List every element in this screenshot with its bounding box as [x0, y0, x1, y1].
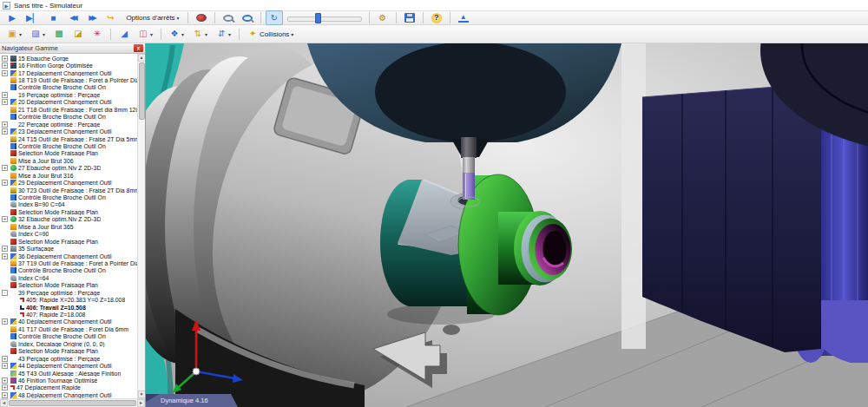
tree-item[interactable]: +23 Déplacement Changement Outil: [0, 128, 137, 135]
tree-item[interactable]: Contrôle Broche Broche Outil On: [0, 142, 137, 149]
expander-plus-icon[interactable]: +: [2, 363, 8, 369]
tree-item[interactable]: Selection Mode Fraisage Plan: [0, 208, 137, 215]
tree-item[interactable]: Contrôle Broche Broche Outil On: [0, 84, 137, 91]
tree-item[interactable]: Selection Mode Fraisage Plan: [0, 150, 137, 157]
expander-plus-icon[interactable]: +: [2, 377, 8, 384]
play-button[interactable]: ▶: [3, 10, 21, 25]
translucent-view-button[interactable]: ▨▾: [27, 27, 49, 42]
tree-item[interactable]: +19 Perçage optimisé : Perçage: [0, 91, 137, 98]
tree-item[interactable]: +46 Finition Tournage Optimisé: [0, 377, 137, 384]
skip-back-button[interactable]: ◀◀: [63, 10, 81, 25]
tree-item[interactable]: +35 Surfaçage: [0, 245, 137, 252]
expander-plus-icon[interactable]: +: [2, 180, 8, 186]
expander-minus-icon[interactable]: -: [2, 290, 8, 296]
speed-button[interactable]: ↻: [266, 10, 283, 25]
expander-plus-icon[interactable]: +: [2, 356, 8, 362]
tree-item[interactable]: 45 T43 Outil Alésage : Alésage Finition: [0, 370, 137, 377]
eject-button[interactable]: ▲: [455, 11, 472, 24]
expander-plus-icon[interactable]: +: [2, 99, 8, 105]
close-panel-button[interactable]: x: [134, 44, 143, 52]
measure-button[interactable]: ✳: [89, 27, 106, 42]
tree-item[interactable]: +32 Ebauche optim.Niv Z 2D-3D: [0, 216, 137, 223]
expander-plus-icon[interactable]: +: [2, 165, 8, 171]
settings-button[interactable]: ⚙: [374, 10, 391, 25]
tree-item[interactable]: Contrôle Broche Broche Outil On: [0, 114, 137, 121]
expander-plus-icon[interactable]: +: [2, 121, 8, 128]
tree-item[interactable]: Contrôle Broche Broche Outil On: [0, 194, 137, 200]
tree-item[interactable]: 41 T17 Outil de Fraisage : Foret Dia 6mm: [0, 325, 137, 332]
save-button[interactable]: [401, 11, 418, 24]
tree-horizontal-scrollbar[interactable]: ◄ ►: [0, 398, 145, 407]
tool-display-button[interactable]: ⇅▾: [189, 27, 211, 42]
plot2-button[interactable]: ◫▾: [135, 27, 156, 42]
tree-item[interactable]: +29 Déplacement Changement Outil: [0, 179, 137, 186]
tree-item[interactable]: +16 Finition Gorge Optimisée: [0, 62, 137, 69]
expander-plus-icon[interactable]: +: [2, 384, 8, 391]
tree-item[interactable]: 18 T19 Outil de Fraisage : Foret à Point…: [0, 76, 137, 83]
tree-item[interactable]: +15 Ebauche Gorge: [0, 55, 137, 62]
expander-plus-icon[interactable]: +: [2, 246, 8, 252]
tree-item[interactable]: +20 Déplacement Changement Outil: [0, 99, 137, 106]
expander-plus-icon[interactable]: +: [2, 128, 8, 135]
expander-plus-icon[interactable]: +: [2, 56, 8, 62]
zoom-window-button[interactable]: [239, 13, 256, 23]
section-view-button[interactable]: ◪: [69, 27, 87, 42]
3d-viewport[interactable]: X Y Z Dynamique 4.16: [146, 43, 868, 407]
tree-item[interactable]: 21 T18 Outil de Fraisage : Foret dia 8mm…: [0, 106, 137, 113]
tree-item[interactable]: +36 Déplacement Changement Outil: [0, 253, 137, 259]
plot-button[interactable]: ◢: [115, 27, 133, 42]
tree-item[interactable]: 24 T15 Outil de Fraisage : Fraise 2T Dia…: [0, 135, 137, 142]
tree-item[interactable]: Selection Mode Fraisage Plan: [0, 238, 137, 245]
scroll-right-icon[interactable]: ►: [137, 399, 145, 407]
tree-item[interactable]: 406: Travail Z=10.508: [0, 304, 137, 311]
expander-plus-icon[interactable]: +: [2, 216, 8, 222]
tree-item[interactable]: Contrôle Broche Broche Outil On: [0, 333, 137, 340]
expander-plus-icon[interactable]: +: [2, 253, 8, 259]
scroll-thumb[interactable]: [139, 62, 145, 120]
zoom-out-button[interactable]: [220, 13, 237, 23]
tree-item[interactable]: +27 Ebauche optim.Niv Z 2D-3D: [0, 165, 137, 172]
collisions-button[interactable]: ✦Collisions▾: [244, 27, 297, 42]
tree-item[interactable]: +44 Déplacement Changement Outil: [0, 362, 137, 369]
tree-item[interactable]: Selection Mode Fraisage Plan: [0, 282, 137, 289]
tree-item[interactable]: +48 Déplacement Changement Outil: [0, 391, 137, 398]
tree-item[interactable]: Mise à Jour Brut 316: [0, 172, 137, 179]
stop-button[interactable]: ■: [44, 10, 62, 25]
expander-plus-icon[interactable]: +: [2, 318, 8, 325]
tree-item[interactable]: +17 Déplacement Changement Outil: [0, 69, 137, 76]
scroll-up-icon[interactable]: ▲: [138, 54, 146, 62]
slider-thumb[interactable]: [315, 13, 321, 23]
tree-item[interactable]: Index C=64: [0, 274, 137, 281]
tool-axis-button[interactable]: ⇵▾: [213, 27, 234, 42]
speed-slider[interactable]: [287, 12, 362, 24]
record-button[interactable]: [193, 12, 210, 23]
tree-item[interactable]: Mise à Jour Brut 306: [0, 157, 137, 164]
tree-vertical-scrollbar[interactable]: ▲ ▼: [137, 54, 145, 398]
tree-item[interactable]: Index B=90 C=64: [0, 201, 137, 208]
solid-view-button[interactable]: ▣▾: [3, 27, 25, 42]
tree-item[interactable]: Index, Décalage Origine (0, 0, 0): [0, 340, 137, 347]
skip-forward-button[interactable]: ▶▶: [82, 10, 100, 25]
tree-item[interactable]: 405: Rapide X=20.383 Y=0 Z=18.008: [0, 296, 137, 303]
scroll-left-icon[interactable]: ◄: [0, 399, 8, 407]
expander-plus-icon[interactable]: +: [2, 392, 8, 398]
tree-item[interactable]: 30 T23 Outil de Fraisage : Fraise 2T Dia…: [0, 187, 137, 194]
expander-plus-icon[interactable]: +: [2, 70, 8, 76]
tree-item[interactable]: -39 Perçage optimisé : Perçage: [0, 289, 137, 296]
tree-item[interactable]: Index C=90: [0, 231, 137, 238]
scroll-thumb-horizontal[interactable]: [9, 400, 136, 406]
tree-item[interactable]: +22 Perçage optimisé : Perçage: [0, 121, 137, 128]
stock-view-button[interactable]: ▩: [50, 27, 68, 42]
scroll-down-icon[interactable]: ▼: [138, 391, 146, 398]
help-button[interactable]: ?: [428, 11, 445, 25]
stop-options-button[interactable]: Options d'arrêts▾: [121, 12, 182, 23]
tree-item[interactable]: +43 Perçage optimisé : Perçage: [0, 355, 137, 362]
tree-item[interactable]: 37 T19 Outil de Fraisage : Foret à Point…: [0, 259, 137, 266]
expander-plus-icon[interactable]: +: [2, 62, 8, 69]
tree-item[interactable]: Contrôle Broche Broche Outil On: [0, 267, 137, 274]
tree-item[interactable]: Selection Mode Fraisage Plan: [0, 348, 137, 355]
tree-item[interactable]: +47 Déplacement Rapide: [0, 384, 137, 391]
step-forward-button[interactable]: ▶▏: [23, 10, 43, 25]
tree-item[interactable]: Mise à Jour Brut 365: [0, 223, 137, 230]
expander-plus-icon[interactable]: +: [2, 92, 8, 98]
